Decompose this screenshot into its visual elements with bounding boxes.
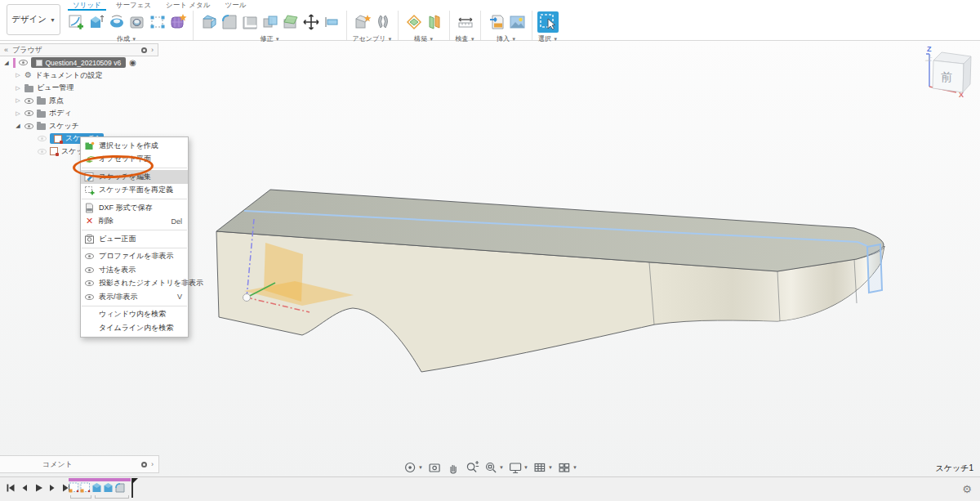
group-inspect-label[interactable]: 検査 ▼ [455,34,474,43]
tree-row-sketches[interactable]: ◢ スケッチ [0,120,158,133]
construct-axis-button[interactable] [424,11,444,33]
root-component-pill[interactable]: Question4_20210509 v6 [31,57,127,68]
activate-radio-icon[interactable]: ◉ [129,58,136,67]
select-button[interactable] [537,11,559,33]
menu-item-show-hide[interactable]: 表示/非表示 V [81,290,188,304]
combine-button[interactable] [260,11,280,33]
panel-expand-icon[interactable]: › [151,46,154,54]
design-workspace-menu[interactable]: デザイン▼ [7,4,60,35]
insert-image-button[interactable] [506,11,527,33]
group-select-label[interactable]: 選択 ▼ [538,34,558,43]
visibility-eye-off-icon[interactable] [38,136,47,141]
group-create-label[interactable]: 作成 ▼ [117,34,136,43]
viewcube-z-label: Z [927,45,932,53]
move-copy-button[interactable] [301,11,321,33]
play-button[interactable] [33,482,44,494]
collapse-arrow-icon[interactable]: ▷ [15,97,21,104]
menu-item-delete[interactable]: ✕ 削除 Del [81,215,188,229]
tree-row-document-settings[interactable]: ▷ ⚙ ドキュメントの設定 [0,69,158,83]
panel-dot-icon[interactable] [141,47,147,53]
press-pull-button[interactable] [198,11,219,33]
revolve-button[interactable] [106,11,127,33]
visibility-eye-icon[interactable] [24,98,33,104]
menu-item-look-at[interactable]: ビュー正面 [81,232,188,246]
orbit-button[interactable]: ▼ [402,459,424,476]
shell-button[interactable] [239,11,260,33]
timeline-playback-controls [5,482,72,494]
timeline-sketch-feature[interactable] [69,481,79,492]
display-settings-button[interactable]: ▼ [507,459,529,476]
active-marker [13,58,16,68]
tree-row-root[interactable]: ◢ Question4_20210509 v6 ◉ [0,56,158,69]
create-form-button[interactable] [167,11,188,33]
menu-item-hide-profiles[interactable]: プロファイルを非表示 [81,250,188,264]
panel-dot-icon[interactable] [141,462,147,467]
step-back-button[interactable] [19,482,30,494]
menu-item-redefine-sketch-plane[interactable]: スケッチ平面を再定義 [81,184,188,198]
viewports-button[interactable]: ▼ [556,459,578,476]
viewcube[interactable]: Z X 前 上 [924,45,971,99]
group-modify-label[interactable]: 修正 ▼ [260,34,279,43]
hole-button[interactable] [127,11,147,33]
selection-set-icon [84,141,95,151]
menu-item-create-selection-set[interactable]: 選択セットを作成 [81,139,188,153]
step-forward-button[interactable] [47,482,58,494]
model-body[interactable] [216,190,884,372]
tree-row-origin[interactable]: ▷ 原点 [0,95,158,108]
timeline-extrude-feature[interactable] [91,481,102,492]
tree-row-named-views[interactable]: ▷ ビュー管理 [0,82,158,95]
menu-item-find-in-timeline[interactable]: タイムライン内を検索 [81,321,188,335]
tree-row-bodies[interactable]: ▷ ボディ [0,107,158,120]
sketch-profile-highlight[interactable] [867,244,882,293]
pan-button[interactable] [445,459,461,476]
visibility-eye-off-icon[interactable] [38,149,47,154]
origin-point[interactable] [243,294,251,302]
menu-item-find-in-window[interactable]: ウィンドウ内を検索 [81,308,188,322]
extrude-button[interactable] [86,11,106,33]
grid-snap-button[interactable]: ▼ [532,459,554,476]
comments-panel[interactable]: コメント › [0,455,159,473]
group-assemble-label[interactable]: アセンブリ ▼ [352,34,392,43]
measure-button[interactable] [455,11,475,33]
align-button[interactable] [321,11,341,33]
collapse-arrow-icon[interactable]: ▷ [15,85,21,92]
sketch-dimension-button[interactable] [147,11,167,33]
menu-item-save-as-dxf[interactable]: DXF 形式で保存 [81,201,188,215]
construct-plane-button[interactable] [403,11,424,33]
go-to-start-button[interactable] [5,482,16,494]
expand-arrow-icon[interactable]: ◢ [15,123,21,129]
root-component-label: Question4_20210509 v6 [46,59,122,67]
settings-gear-icon[interactable]: ⚙ [962,483,972,495]
tab-tools[interactable]: ツール [217,1,253,10]
fit-button[interactable]: ▼ [483,459,505,476]
look-at-button[interactable] [426,459,443,476]
create-sketch-button[interactable] [65,11,86,33]
timeline-playhead[interactable] [131,478,133,498]
collapse-arrow-icon[interactable]: ▷ [15,110,21,117]
collapse-arrow-icon[interactable]: ▷ [15,72,21,78]
timeline-extrude-feature[interactable] [103,481,114,492]
fillet-button[interactable] [219,11,239,33]
visibility-eye-icon[interactable] [24,123,33,129]
group-insert-label[interactable]: 挿入 ▼ [497,34,516,43]
menu-item-show-dimensions[interactable]: 寸法を表示 [81,263,188,277]
new-component-button[interactable] [352,11,372,33]
tab-surface[interactable]: サーフェス [109,1,158,10]
expand-arrow-icon[interactable]: ◢ [3,60,10,66]
joint-button[interactable] [372,11,393,33]
group-construct-label[interactable]: 構築 ▼ [414,34,434,43]
split-body-button[interactable] [280,11,301,33]
timeline-fillet-feature[interactable] [114,481,125,492]
collapse-panel-icon[interactable]: « [4,46,8,54]
visibility-eye-icon[interactable] [24,110,33,116]
shortcut-label: V [177,293,182,301]
menu-item-hide-projected-geometry[interactable]: 投影されたジオメトリを非表示 [81,277,188,291]
timeline-sketch-feature[interactable] [80,481,91,492]
tree-label: ビュー管理 [37,83,74,93]
tab-sheet-metal[interactable]: シート メタル [158,1,217,10]
visibility-eye-icon[interactable] [19,60,28,65]
folder-icon [37,123,46,130]
insert-svg-button[interactable] [486,11,506,33]
zoom-button[interactable] [464,459,480,476]
panel-expand-icon[interactable]: › [151,460,154,468]
